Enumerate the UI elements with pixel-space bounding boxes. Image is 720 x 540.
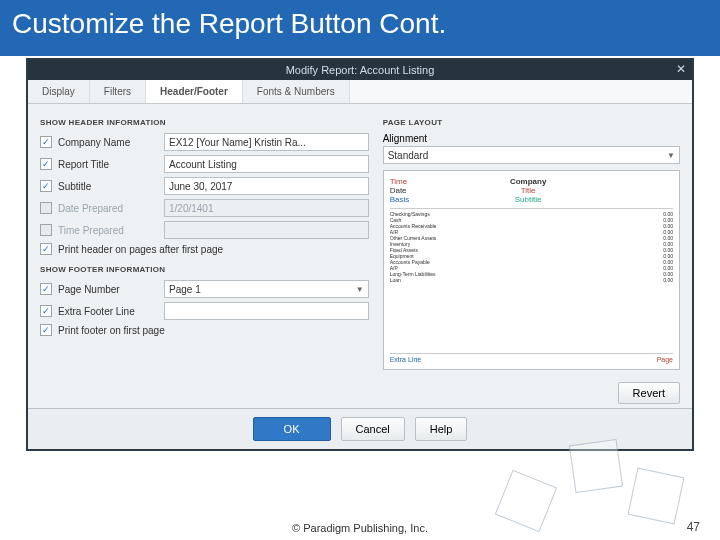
slide-page-number: 47 [687,520,700,534]
tab-fonts-numbers[interactable]: Fonts & Numbers [243,80,350,103]
alignment-label: Alignment [383,133,680,144]
print-header-after-checkbox[interactable] [40,243,52,255]
page-layout-label: PAGE LAYOUT [383,118,680,127]
time-prepared-checkbox[interactable] [40,224,52,236]
page-number-label: Page Number [58,284,158,295]
tab-bar: Display Filters Header/Footer Fonts & Nu… [28,80,692,104]
preview-date: Date [390,186,410,195]
extra-footer-label: Extra Footer Line [58,306,158,317]
subtitle-checkbox[interactable] [40,180,52,192]
page-number-value: Page 1 [169,284,201,295]
footer-section-label: SHOW FOOTER INFORMATION [40,265,369,274]
time-prepared-input [164,221,369,239]
cancel-button[interactable]: Cancel [341,417,405,441]
company-name-input[interactable] [164,133,369,151]
close-icon[interactable]: ✕ [676,62,686,76]
preview-row: Loan0.00 [390,277,673,283]
subtitle-label: Subtitle [58,181,158,192]
ok-button[interactable]: OK [253,417,331,441]
slide-title-bar: Customize the Report Button Cont. [0,0,720,56]
time-prepared-label: Time Prepared [58,225,158,236]
dialog-title: Modify Report: Account Listing [286,64,435,76]
tab-header-footer[interactable]: Header/Footer [146,80,243,103]
chevron-down-icon: ▼ [356,285,364,294]
tab-display[interactable]: Display [28,80,90,103]
date-prepared-checkbox[interactable] [40,202,52,214]
tab-filters[interactable]: Filters [90,80,146,103]
preview-company: Company [510,177,546,186]
report-title-label: Report Title [58,159,158,170]
extra-footer-checkbox[interactable] [40,305,52,317]
preview-page: Page [657,356,673,363]
preview-body: Checking/Savings0.00 Cash0.00Accounts Re… [390,208,673,351]
report-title-input[interactable] [164,155,369,173]
copyright-text: © Paradigm Publishing, Inc. [292,522,428,534]
preview-extra-line: Extra Line [390,356,422,363]
modify-report-dialog: Modify Report: Account Listing ✕ Display… [26,58,694,451]
company-name-label: Company Name [58,137,158,148]
print-header-after-label: Print header on pages after first page [58,244,369,255]
page-number-dropdown[interactable]: Page 1 ▼ [164,280,369,298]
preview-basis: Basis [390,195,410,204]
chevron-down-icon: ▼ [667,151,675,160]
layout-preview: Time Date Basis Company Title Subtitle C… [383,170,680,370]
header-section-label: SHOW HEADER INFORMATION [40,118,369,127]
alignment-value: Standard [388,150,429,161]
print-footer-first-label: Print footer on first page [58,325,369,336]
preview-time: Time [390,177,410,186]
revert-button[interactable]: Revert [618,382,680,404]
subtitle-input[interactable] [164,177,369,195]
alignment-dropdown[interactable]: Standard ▼ [383,146,680,164]
company-name-checkbox[interactable] [40,136,52,148]
print-footer-first-checkbox[interactable] [40,324,52,336]
report-title-checkbox[interactable] [40,158,52,170]
dialog-titlebar: Modify Report: Account Listing ✕ [28,60,692,80]
date-prepared-input [164,199,369,217]
slide-title: Customize the Report Button Cont. [12,8,708,40]
preview-title: Title [521,186,536,195]
extra-footer-input[interactable] [164,302,369,320]
preview-subtitle: Subtitle [515,195,542,204]
slide-footer: © Paradigm Publishing, Inc. [0,522,720,534]
date-prepared-label: Date Prepared [58,203,158,214]
help-button[interactable]: Help [415,417,468,441]
page-number-checkbox[interactable] [40,283,52,295]
